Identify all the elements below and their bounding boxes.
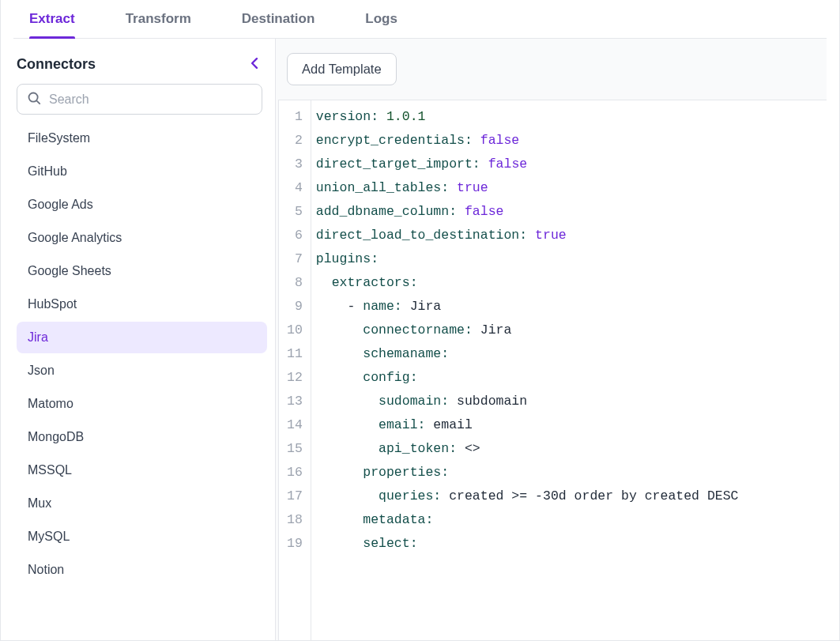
connector-item-github[interactable]: GitHub [17, 156, 267, 187]
token-plain [316, 370, 363, 385]
connector-item-matomo[interactable]: Matomo [17, 388, 267, 420]
yaml-editor[interactable]: 12345678910111213141516171819 version: 1… [278, 100, 827, 640]
token-key: version [316, 109, 371, 124]
line-number: 3 [285, 153, 304, 176]
code-line[interactable]: config: [316, 366, 819, 390]
token-colon: : [449, 441, 465, 456]
token-colon: : [473, 156, 488, 172]
sidebar-header: Connectors [13, 51, 275, 84]
code-line[interactable]: api_token: <> [316, 437, 819, 461]
line-number: 6 [285, 224, 304, 247]
line-number: 19 [285, 532, 304, 556]
line-number-gutter: 12345678910111213141516171819 [279, 100, 311, 640]
token-key: queries [379, 488, 433, 503]
token-ver: 1.0.1 [386, 109, 426, 124]
code-line[interactable]: sudomain: subdomain [316, 390, 819, 413]
line-number: 9 [285, 295, 304, 319]
token-plain [316, 394, 379, 409]
code-line[interactable]: encrypt_credentials: false [316, 129, 819, 153]
main-split: Connectors FileSystemGitHubGoogle AdsGoo… [13, 39, 827, 640]
connector-item-notion[interactable]: Notion [17, 554, 267, 586]
token-colon: : [519, 228, 535, 243]
editor-toolbar: Add Template [276, 39, 827, 100]
code-line[interactable]: queries: created >= -30d order by create… [316, 485, 819, 508]
search-input[interactable] [49, 92, 252, 107]
line-number: 1 [285, 105, 304, 129]
code-line[interactable]: email: email [316, 413, 819, 437]
code-line[interactable]: union_all_tables: true [316, 176, 819, 200]
token-colon: : [449, 204, 465, 219]
token-key: config [363, 370, 409, 385]
sidebar-title: Connectors [17, 56, 96, 73]
line-number: 4 [285, 176, 304, 200]
line-number: 5 [285, 200, 304, 224]
connector-item-hubspot[interactable]: HubSpot [17, 288, 267, 320]
tab-extract[interactable]: Extract [29, 0, 75, 38]
token-plain: Jira [480, 322, 512, 337]
token-key: metadata [363, 512, 425, 527]
token-plain [316, 465, 363, 480]
line-number: 18 [285, 508, 304, 532]
code-line[interactable]: plugins: [316, 247, 819, 271]
token-colon: : [418, 417, 434, 432]
code-line[interactable]: select: [316, 532, 819, 556]
token-plain: email [433, 417, 473, 432]
code-line[interactable]: schemaname: [316, 342, 819, 366]
tab-transform[interactable]: Transform [126, 0, 191, 38]
code-line[interactable]: add_dbname_column: false [316, 200, 819, 224]
line-number: 15 [285, 437, 304, 461]
collapse-sidebar-button[interactable] [247, 55, 262, 74]
token-plain: subdomain [457, 394, 527, 409]
connector-item-filesystem[interactable]: FileSystem [17, 123, 267, 154]
token-colon: : [441, 465, 449, 480]
token-key: select [363, 536, 409, 551]
search-box[interactable] [17, 84, 262, 115]
token-plain [316, 417, 379, 432]
token-plain: Jira [410, 299, 442, 314]
connector-item-google-analytics[interactable]: Google Analytics [17, 222, 267, 254]
connector-item-mysql[interactable]: MySQL [17, 521, 267, 552]
code-content[interactable]: version: 1.0.1encrypt_credentials: false… [311, 100, 827, 640]
token-bool: false [465, 204, 504, 219]
token-colon: : [433, 488, 449, 503]
connector-list[interactable]: FileSystemGitHubGoogle AdsGoogle Analyti… [13, 121, 275, 640]
tab-destination[interactable]: Destination [242, 0, 315, 38]
token-bool: false [480, 133, 520, 148]
token-plain: created >= -30d order by created DESC [449, 488, 738, 503]
line-number: 11 [285, 342, 304, 366]
connector-item-mssql[interactable]: MSSQL [17, 454, 267, 486]
token-colon: : [410, 370, 418, 385]
token-key: email [379, 417, 418, 432]
token-plain [316, 441, 379, 456]
add-template-button[interactable]: Add Template [287, 53, 397, 85]
token-key: direct_target_import [316, 156, 473, 172]
code-line[interactable]: version: 1.0.1 [316, 105, 819, 129]
code-line[interactable]: - name: Jira [316, 295, 819, 319]
token-colon: : [371, 251, 379, 266]
code-line[interactable]: connectorname: Jira [316, 319, 819, 342]
connector-item-google-sheets[interactable]: Google Sheets [17, 255, 267, 287]
token-key: union_all_tables [316, 180, 441, 195]
code-line[interactable]: extractors: [316, 271, 819, 295]
search-wrap [13, 84, 275, 121]
connector-item-mux[interactable]: Mux [17, 488, 267, 519]
connector-item-json[interactable]: Json [17, 355, 267, 386]
token-key: plugins [316, 251, 371, 266]
token-key: api_token [379, 441, 449, 456]
token-plain [316, 536, 363, 551]
connector-item-mongodb[interactable]: MongoDB [17, 421, 267, 453]
code-line[interactable]: metadata: [316, 508, 819, 532]
tab-logs[interactable]: Logs [365, 0, 397, 38]
code-line[interactable]: direct_load_to_destination: true [316, 224, 819, 247]
connector-item-jira[interactable]: Jira [17, 322, 267, 353]
token-key: direct_load_to_destination [316, 228, 519, 243]
token-colon: : [441, 180, 457, 195]
token-plain [316, 488, 379, 503]
app-frame: ExtractTransformDestinationLogs Connecto… [0, 0, 840, 641]
code-line[interactable]: properties: [316, 461, 819, 485]
token-key: connectorname [363, 322, 465, 337]
connector-item-google-ads[interactable]: Google Ads [17, 189, 267, 221]
token-colon: : [410, 536, 418, 551]
token-colon: : [465, 322, 480, 337]
code-line[interactable]: direct_target_import: false [316, 153, 819, 176]
